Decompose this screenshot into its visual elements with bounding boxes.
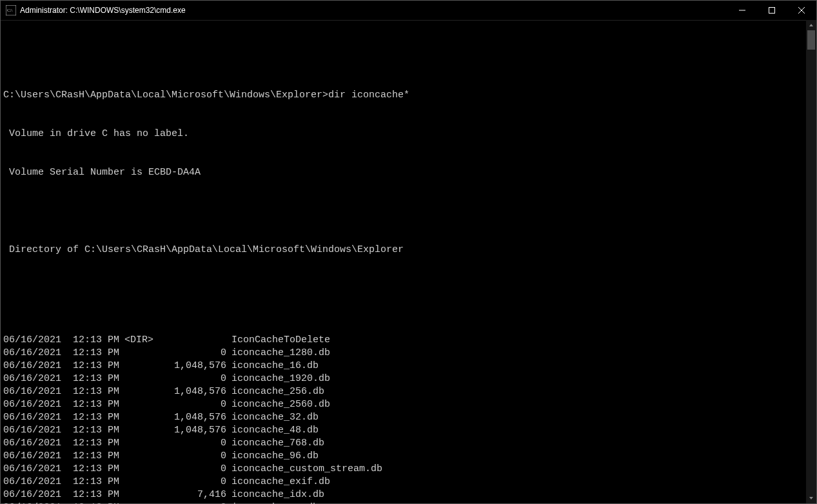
col-time: 12:13 PM: [61, 501, 113, 504]
col-date: 06/16/2021: [3, 424, 61, 437]
blank-line: [3, 205, 816, 218]
col-name: iconcache_96.db: [229, 450, 816, 463]
col-date: 06/16/2021: [3, 398, 61, 411]
titlebar[interactable]: C:\ Administrator: C:\WINDOWS\system32\c…: [1, 1, 816, 21]
col-date: 06/16/2021: [3, 450, 61, 463]
col-date: 06/16/2021: [3, 373, 61, 385]
dir-row: 06/16/2021 12:13 PM1,048,576iconcache_48…: [3, 424, 816, 437]
prompt-text: C:\Users\CRasH\AppData\Local\Microsoft\W…: [3, 90, 328, 101]
col-size: 0: [158, 398, 229, 411]
svg-marker-7: [809, 497, 813, 499]
scroll-up-arrow[interactable]: [806, 20, 816, 30]
dir-row: 06/16/2021 12:13 PM0iconcache_sr.db: [3, 501, 816, 504]
cmd-icon: C:\: [6, 5, 16, 15]
dir-row: 06/16/2021 12:13 PM0iconcache_96.db: [3, 450, 816, 463]
col-size: 7,416: [158, 489, 229, 501]
col-date: 06/16/2021: [3, 385, 61, 398]
svg-text:C:\: C:\: [7, 8, 13, 13]
col-name: iconcache_sr.db: [229, 501, 816, 504]
dir-row: 06/16/2021 12:13 PM0iconcache_custom_str…: [3, 463, 816, 476]
col-size: 0: [158, 463, 229, 476]
col-size: 0: [158, 476, 229, 489]
col-size: 1,048,576: [158, 411, 229, 424]
col-dir: [113, 489, 158, 501]
col-name: iconcache_48.db: [229, 424, 816, 437]
col-time: 12:13 PM: [61, 373, 113, 385]
col-size: 0: [158, 373, 229, 385]
dir-row: 06/16/2021 12:13 PM1,048,576iconcache_16…: [3, 360, 816, 373]
col-date: 06/16/2021: [3, 347, 61, 360]
close-button[interactable]: [787, 1, 816, 20]
blank-line: [3, 282, 816, 295]
col-time: 12:13 PM: [61, 450, 113, 463]
col-dir: [113, 360, 158, 373]
col-time: 12:13 PM: [61, 476, 113, 489]
vertical-scrollbar[interactable]: [806, 20, 816, 503]
col-size: 1,048,576: [158, 385, 229, 398]
col-time: 12:13 PM: [61, 398, 113, 411]
col-size: 0: [158, 501, 229, 504]
col-time: 12:13 PM: [61, 360, 113, 373]
dir-row: 06/16/2021 12:13 PM0iconcache_1920.db: [3, 373, 816, 385]
dir-row: 06/16/2021 12:13 PM <DIR>IconCacheToDele…: [3, 334, 816, 347]
svg-rect-3: [769, 8, 775, 14]
col-name: iconcache_1920.db: [229, 373, 816, 385]
dir-row: 06/16/2021 12:13 PM0iconcache_1280.db: [3, 347, 816, 360]
col-dir: [113, 424, 158, 437]
col-dir: [113, 501, 158, 504]
col-date: 06/16/2021: [3, 360, 61, 373]
col-size: 0: [158, 437, 229, 450]
dir-row: 06/16/2021 12:13 PM1,048,576iconcache_32…: [3, 411, 816, 424]
dir-row: 06/16/2021 12:13 PM0iconcache_exif.db: [3, 476, 816, 489]
cmd-window: C:\ Administrator: C:\WINDOWS\system32\c…: [0, 0, 817, 504]
col-size: 0: [158, 347, 229, 360]
volume-line-2: Volume Serial Number is ECBD-DA4A: [3, 166, 816, 179]
terminal-output[interactable]: C:\Users\CRasH\AppData\Local\Microsoft\W…: [1, 21, 816, 504]
col-date: 06/16/2021: [3, 437, 61, 450]
col-time: 12:13 PM: [61, 489, 113, 501]
col-name: iconcache_32.db: [229, 411, 816, 424]
col-name: iconcache_exif.db: [229, 476, 816, 489]
col-dir: [113, 398, 158, 411]
col-dir: [113, 476, 158, 489]
scroll-thumb[interactable]: [807, 30, 815, 50]
dir-listing: 06/16/2021 12:13 PM <DIR>IconCacheToDele…: [3, 334, 816, 504]
dir-row: 06/16/2021 12:13 PM0iconcache_768.db: [3, 437, 816, 450]
maximize-button[interactable]: [757, 1, 787, 20]
col-date: 06/16/2021: [3, 489, 61, 501]
cmd-dir: dir iconcache*: [328, 90, 409, 101]
svg-marker-6: [809, 24, 813, 26]
col-time: 12:13 PM: [61, 411, 113, 424]
col-name: iconcache_16.db: [229, 360, 816, 373]
col-time: 12:13 PM: [61, 463, 113, 476]
col-size: 1,048,576: [158, 360, 229, 373]
col-dir: <DIR>: [113, 334, 158, 347]
col-name: iconcache_768.db: [229, 437, 816, 450]
col-dir: [113, 373, 158, 385]
col-dir: [113, 347, 158, 360]
scroll-down-arrow[interactable]: [806, 493, 816, 503]
col-date: 06/16/2021: [3, 463, 61, 476]
directory-of: Directory of C:\Users\CRasH\AppData\Loca…: [3, 244, 816, 257]
col-time: 12:13 PM: [61, 385, 113, 398]
dir-row: 06/16/2021 12:13 PM7,416iconcache_idx.db: [3, 489, 816, 501]
prompt-line: C:\Users\CRasH\AppData\Local\Microsoft\W…: [3, 89, 816, 102]
col-date: 06/16/2021: [3, 411, 61, 424]
col-name: iconcache_2560.db: [229, 398, 816, 411]
col-size: 0: [158, 450, 229, 463]
col-date: 06/16/2021: [3, 334, 61, 347]
col-size: 1,048,576: [158, 424, 229, 437]
col-name: iconcache_256.db: [229, 385, 816, 398]
minimize-button[interactable]: [727, 1, 757, 20]
col-name: iconcache_idx.db: [229, 489, 816, 501]
col-time: 12:13 PM: [61, 347, 113, 360]
volume-line-1: Volume in drive C has no label.: [3, 128, 816, 141]
dir-row: 06/16/2021 12:13 PM0iconcache_2560.db: [3, 398, 816, 411]
col-time: 12:13 PM: [61, 437, 113, 450]
col-name: iconcache_1280.db: [229, 347, 816, 360]
window-title: Administrator: C:\WINDOWS\system32\cmd.e…: [20, 6, 186, 15]
col-date: 06/16/2021: [3, 476, 61, 489]
blank-line: [3, 50, 816, 63]
col-dir: [113, 463, 158, 476]
col-date: 06/16/2021: [3, 501, 61, 504]
